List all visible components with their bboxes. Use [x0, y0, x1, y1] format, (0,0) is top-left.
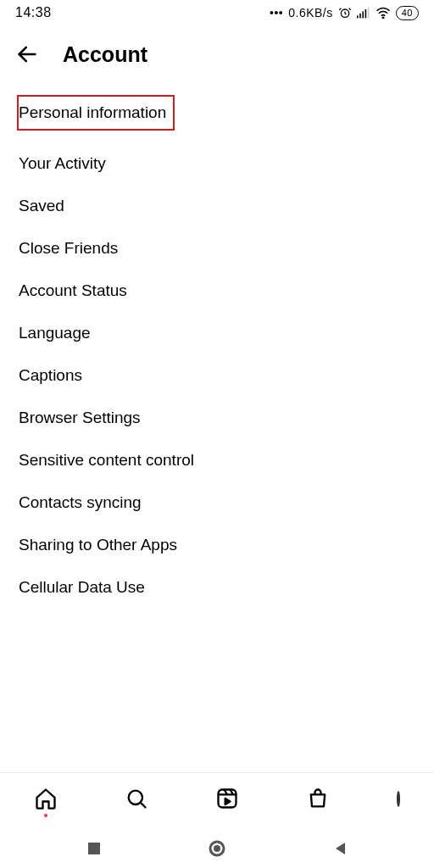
menu-item-label: Saved	[19, 197, 64, 214]
menu-close-friends[interactable]: Close Friends	[0, 227, 434, 270]
menu-item-label: Cellular Data Use	[19, 578, 145, 596]
svg-point-6	[382, 17, 384, 19]
shop-icon	[306, 787, 330, 810]
wifi-icon	[376, 7, 391, 19]
menu-item-label: Sensitive content control	[19, 451, 194, 469]
menu-language[interactable]: Language	[0, 312, 434, 354]
svg-rect-5	[368, 8, 370, 19]
svg-marker-14	[336, 843, 345, 854]
reels-icon	[215, 787, 239, 810]
menu-saved[interactable]: Saved	[0, 185, 434, 227]
menu-personal-information[interactable]: Personal information	[0, 83, 434, 142]
svg-rect-10	[218, 790, 236, 808]
nav-search[interactable]	[121, 783, 152, 814]
svg-rect-4	[364, 9, 366, 18]
status-time: 14:38	[15, 5, 52, 20]
menu-item-label: Sharing to Other Apps	[19, 536, 177, 554]
menu-item-label: Captions	[19, 366, 82, 384]
menu-item-label: Personal information	[19, 103, 166, 121]
sys-recents[interactable]	[66, 836, 122, 861]
more-dots-icon: •••	[270, 6, 283, 19]
svg-rect-1	[357, 15, 359, 18]
nav-shop[interactable]	[303, 783, 333, 814]
app-bottom-nav	[0, 772, 434, 824]
svg-point-13	[214, 845, 220, 852]
nav-reels[interactable]	[212, 783, 242, 814]
menu-account-status[interactable]: Account Status	[0, 270, 434, 312]
page-title: Account	[63, 42, 147, 67]
sys-back[interactable]	[313, 836, 369, 861]
menu-item-label: Your Activity	[19, 154, 106, 172]
nav-home[interactable]	[31, 783, 61, 814]
page-header: Account	[0, 20, 434, 78]
menu-item-label: Language	[19, 324, 91, 342]
system-nav-bar	[0, 829, 434, 868]
menu-your-activity[interactable]: Your Activity	[0, 142, 434, 185]
arrow-left-icon	[15, 42, 39, 66]
svg-rect-11	[88, 843, 100, 854]
menu-sharing-to-other-apps[interactable]: Sharing to Other Apps	[0, 524, 434, 566]
battery-indicator: 40	[396, 6, 419, 20]
status-indicators: ••• 0.6KB/s 40	[270, 6, 419, 20]
home-icon	[34, 787, 58, 810]
status-bar: 14:38 ••• 0.6KB/s 40	[0, 0, 434, 20]
menu-item-label: Browser Settings	[19, 409, 141, 426]
svg-rect-2	[359, 14, 361, 19]
svg-line-9	[140, 803, 145, 808]
search-icon	[125, 787, 148, 810]
avatar-icon	[397, 791, 400, 807]
alarm-icon	[338, 6, 352, 19]
menu-item-label: Account Status	[19, 281, 127, 299]
menu-sensitive-content-control[interactable]: Sensitive content control	[0, 439, 434, 481]
account-menu: Personal information Your Activity Saved…	[0, 78, 434, 609]
menu-cellular-data-use[interactable]: Cellular Data Use	[0, 566, 434, 609]
net-speed: 0.6KB/s	[288, 6, 333, 19]
sys-home[interactable]	[187, 834, 247, 863]
menu-item-label: Contacts syncing	[19, 493, 142, 511]
menu-captions[interactable]: Captions	[0, 354, 434, 397]
menu-browser-settings[interactable]: Browser Settings	[0, 397, 434, 439]
svg-rect-3	[362, 11, 364, 18]
triangle-left-icon	[333, 841, 348, 856]
notification-dot-icon	[44, 814, 47, 817]
square-icon	[86, 841, 102, 856]
back-button[interactable]	[15, 39, 47, 70]
nav-profile[interactable]	[393, 789, 403, 809]
circle-icon	[208, 839, 226, 858]
menu-item-label: Close Friends	[19, 239, 118, 257]
signal-icon	[357, 7, 370, 19]
menu-contacts-syncing[interactable]: Contacts syncing	[0, 481, 434, 524]
